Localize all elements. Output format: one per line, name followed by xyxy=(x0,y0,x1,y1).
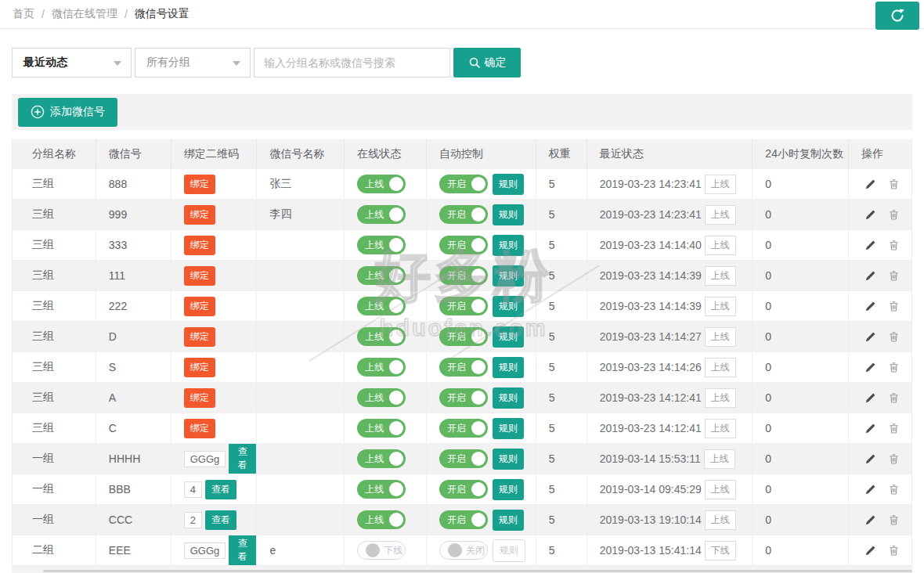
copy-count: 0 xyxy=(765,239,771,251)
copy-count: 0 xyxy=(765,544,771,557)
auto-control-toggle[interactable]: 开启 xyxy=(439,388,488,407)
last-status-time: 2019-03-23 14:14:27 xyxy=(600,330,702,343)
copy-count: 0 xyxy=(765,330,771,343)
delete-icon[interactable] xyxy=(885,361,902,373)
online-toggle[interactable]: 上线 xyxy=(357,236,406,254)
auto-control-toggle[interactable]: 开启 xyxy=(439,510,488,529)
rule-button[interactable]: 规则 xyxy=(493,387,524,409)
delete-icon[interactable] xyxy=(885,300,902,312)
online-toggle[interactable]: 上线 xyxy=(357,510,406,529)
online-toggle[interactable]: 上线 xyxy=(357,297,406,315)
auto-control-toggle[interactable]: 开启 xyxy=(439,297,488,315)
edit-icon[interactable] xyxy=(861,392,879,404)
add-wechat-button[interactable]: 添加微信号 xyxy=(18,98,117,127)
auto-control-toggle[interactable]: 开启 xyxy=(439,358,488,377)
edit-icon[interactable] xyxy=(861,484,879,496)
online-toggle[interactable]: 上线 xyxy=(357,480,406,499)
bind-badge[interactable]: 绑定 xyxy=(184,358,215,377)
view-qrcode-button[interactable]: 查看 xyxy=(229,444,256,474)
rule-button[interactable]: 规则 xyxy=(493,265,524,286)
edit-icon[interactable] xyxy=(861,240,879,251)
bind-badge[interactable]: 绑定 xyxy=(184,236,215,255)
rule-button[interactable]: 规则 xyxy=(493,326,524,348)
online-toggle[interactable]: 上线 xyxy=(357,358,406,377)
edit-icon[interactable] xyxy=(861,331,879,343)
auto-control-toggle[interactable]: 开启 xyxy=(439,175,488,193)
bind-badge[interactable]: 绑定 xyxy=(184,419,215,438)
bind-badge[interactable]: 绑定 xyxy=(184,205,215,225)
edit-icon[interactable] xyxy=(861,514,879,526)
toggle-knob-icon xyxy=(471,238,485,252)
online-toggle[interactable]: 上线 xyxy=(357,175,406,193)
bind-badge[interactable]: 绑定 xyxy=(184,175,215,194)
auto-control-toggle[interactable]: 开启 xyxy=(439,327,488,346)
online-toggle[interactable]: 上线 xyxy=(357,266,406,285)
rule-button[interactable]: 规则 xyxy=(493,357,524,378)
toggle-knob-icon xyxy=(389,207,403,222)
view-qrcode-button[interactable]: 查看 xyxy=(205,480,236,499)
online-toggle-label: 上线 xyxy=(365,514,384,527)
horizontal-scrollbar[interactable] xyxy=(43,570,912,572)
edit-icon[interactable] xyxy=(861,270,879,282)
delete-icon[interactable] xyxy=(885,483,902,496)
delete-icon[interactable] xyxy=(885,178,902,190)
search-input[interactable] xyxy=(254,48,450,77)
delete-icon[interactable] xyxy=(885,514,902,526)
auto-control-toggle[interactable]: 开启 xyxy=(439,419,488,438)
group-select[interactable]: 所有分组 xyxy=(135,48,251,77)
auto-control-toggle[interactable]: 开启 xyxy=(439,236,488,254)
wechat-nickname: e xyxy=(269,544,276,557)
edit-icon[interactable] xyxy=(861,453,879,465)
online-toggle[interactable]: 上线 xyxy=(357,388,406,407)
breadcrumb-wechat-online[interactable]: 微信在线管理 xyxy=(52,7,117,21)
delete-icon[interactable] xyxy=(885,422,902,434)
online-toggle[interactable]: 上线 xyxy=(357,205,406,224)
edit-icon[interactable] xyxy=(861,362,879,373)
delete-icon[interactable] xyxy=(885,208,902,221)
rule-button[interactable]: 规则 xyxy=(493,204,524,225)
rule-button[interactable]: 规则 xyxy=(493,174,524,195)
auto-control-toggle[interactable]: 开启 xyxy=(439,205,488,224)
auto-control-toggle[interactable]: 开启 xyxy=(439,480,488,499)
online-toggle[interactable]: 上线 xyxy=(357,449,406,468)
copy-count: 0 xyxy=(765,422,771,434)
view-qrcode-button[interactable]: 查看 xyxy=(205,510,236,530)
auto-control-toggle[interactable]: 关闭 xyxy=(439,541,488,560)
online-toggle[interactable]: 上线 xyxy=(357,419,406,438)
rule-button[interactable]: 规则 xyxy=(493,449,524,470)
edit-icon[interactable] xyxy=(861,545,879,557)
rule-button[interactable]: 规则 xyxy=(493,418,524,439)
edit-icon[interactable] xyxy=(861,178,879,190)
edit-icon[interactable] xyxy=(861,301,879,312)
confirm-button[interactable]: 确定 xyxy=(453,48,521,77)
edit-icon[interactable] xyxy=(861,209,879,221)
delete-icon[interactable] xyxy=(885,330,902,343)
bind-badge[interactable]: 绑定 xyxy=(184,327,215,347)
delete-icon[interactable] xyxy=(885,452,902,465)
delete-icon[interactable] xyxy=(885,544,902,557)
auto-control-toggle[interactable]: 开启 xyxy=(439,266,488,285)
view-qrcode-button[interactable]: 查看 xyxy=(229,535,256,565)
auto-control-toggle[interactable]: 开启 xyxy=(439,449,488,468)
edit-icon[interactable] xyxy=(861,423,879,434)
sort-select[interactable]: 最近动态 xyxy=(12,48,132,77)
rule-button[interactable]: 规则 xyxy=(493,235,524,256)
bind-badge[interactable]: 绑定 xyxy=(184,388,215,408)
rule-button[interactable]: 规则 xyxy=(493,510,524,531)
weight-value: 5 xyxy=(549,361,555,373)
last-status-label: 上线 xyxy=(705,388,736,408)
auto-control-toggle-label: 开启 xyxy=(447,483,466,496)
delete-icon[interactable] xyxy=(885,269,902,282)
online-toggle[interactable]: 上线 xyxy=(357,327,406,346)
refresh-button[interactable] xyxy=(875,2,919,30)
bind-badge[interactable]: 绑定 xyxy=(184,266,215,286)
breadcrumb-current: 微信号设置 xyxy=(135,7,189,21)
delete-icon[interactable] xyxy=(885,239,902,251)
breadcrumb-home[interactable]: 首页 xyxy=(13,7,34,21)
toggle-knob-icon xyxy=(366,543,380,557)
delete-icon[interactable] xyxy=(885,391,902,404)
bind-badge[interactable]: 绑定 xyxy=(184,297,215,316)
rule-button[interactable]: 规则 xyxy=(493,479,524,500)
rule-button[interactable]: 规则 xyxy=(493,296,524,317)
online-toggle[interactable]: 下线 xyxy=(357,541,406,560)
